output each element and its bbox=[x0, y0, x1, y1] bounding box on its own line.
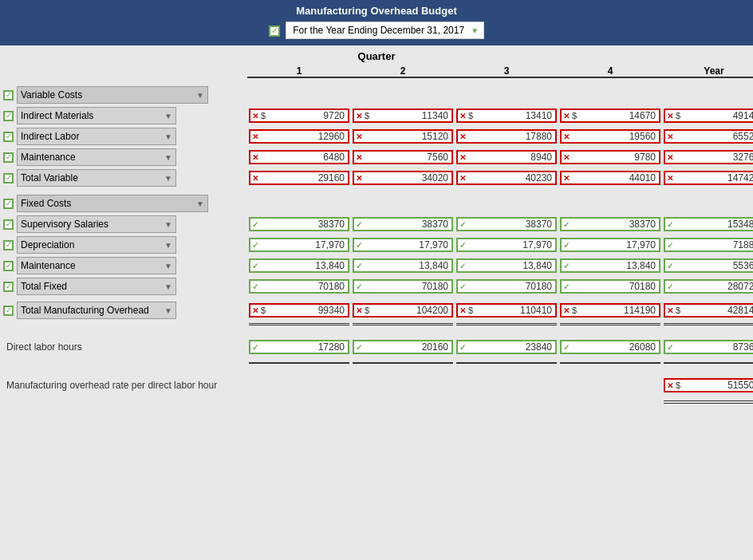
col-header-q2: 2 bbox=[351, 65, 455, 77]
supervisory-salaries-q2-value: 38370 bbox=[364, 219, 451, 230]
x-icon: ✕ bbox=[354, 132, 364, 142]
total-variable-checkbox[interactable] bbox=[3, 173, 14, 183]
indirect-materials-q3-cell[interactable]: ✕ $ 13410 bbox=[455, 107, 558, 124]
dollar-sign: $ bbox=[675, 306, 681, 315]
check-icon: ✓ bbox=[562, 282, 571, 292]
indirect-materials-year-cell[interactable]: ✕ $ 49140 bbox=[662, 107, 753, 124]
variable-maintenance-q4-cell[interactable]: ✕ 9780 bbox=[558, 148, 662, 166]
total-variable-q2-cell[interactable]: ✕ 34020 bbox=[351, 169, 455, 187]
dollar-sign: $ bbox=[260, 306, 266, 315]
depreciation-arrow-icon: ▼ bbox=[164, 241, 172, 250]
variable-maintenance-checkbox[interactable] bbox=[3, 152, 14, 163]
indirect-labor-checkbox[interactable] bbox=[3, 132, 14, 142]
year-dropdown[interactable]: For the Year Ending December 31, 2017 ▼ bbox=[286, 22, 484, 39]
fixed-maintenance-q1-cell[interactable]: ✓ 13,840 bbox=[247, 257, 351, 274]
total-mfg-overhead-label: Total Manufacturing Overhead bbox=[21, 305, 149, 316]
indirect-labor-q1-cell[interactable]: ✕ 12960 bbox=[247, 128, 351, 145]
indirect-materials-checkbox[interactable] bbox=[3, 111, 14, 121]
total-fixed-year-value: 280720 bbox=[675, 281, 753, 292]
direct-labor-q2-cell[interactable]: ✓ 20160 bbox=[351, 338, 455, 356]
indirect-labor-q4-cell[interactable]: ✕ 19560 bbox=[558, 128, 662, 145]
depreciation-checkbox[interactable] bbox=[3, 240, 14, 250]
indirect-materials-q1-value: 9720 bbox=[266, 110, 348, 121]
total-mfg-overhead-dropdown[interactable]: Total Manufacturing Overhead ▼ bbox=[17, 302, 176, 319]
indirect-labor-q3-value: 17880 bbox=[467, 131, 555, 142]
supervisory-salaries-q4-cell[interactable]: ✓ 38370 bbox=[558, 215, 662, 233]
total-fixed-q1-cell[interactable]: ✓ 70180 bbox=[247, 278, 351, 295]
variable-costs-checkbox[interactable] bbox=[3, 90, 14, 101]
total-fixed-year-cell[interactable]: ✓ 280720 bbox=[662, 278, 753, 295]
total-fixed-q2-cell[interactable]: ✓ 70180 bbox=[351, 278, 455, 295]
supervisory-salaries-q1-cell[interactable]: ✓ 38370 bbox=[247, 215, 351, 233]
direct-labor-q3-cell[interactable]: ✓ 23840 bbox=[455, 338, 558, 356]
total-mfg-overhead-q3-cell[interactable]: ✕ $ 110410 bbox=[455, 302, 558, 319]
fixed-maintenance-q2-cell[interactable]: ✓ 13,840 bbox=[351, 257, 455, 274]
check-icon: ✓ bbox=[354, 219, 364, 230]
fixed-maintenance-checkbox[interactable] bbox=[3, 261, 14, 271]
fixed-maintenance-dropdown[interactable]: Maintenance ▼ bbox=[17, 257, 176, 274]
depreciation-q1-value: 17,970 bbox=[260, 239, 348, 250]
fixed-costs-label: Fixed Costs bbox=[21, 198, 71, 209]
total-variable-q1-cell[interactable]: ✕ 29160 bbox=[247, 169, 351, 187]
variable-maintenance-dropdown[interactable]: Maintenance ▼ bbox=[17, 148, 176, 166]
depreciation-q3-cell[interactable]: ✓ 17,970 bbox=[455, 236, 558, 254]
indirect-labor-year-cell[interactable]: ✕ 65520 bbox=[662, 128, 753, 145]
total-variable-dropdown[interactable]: Total Variable ▼ bbox=[17, 169, 176, 187]
direct-labor-q1-cell[interactable]: ✓ 17280 bbox=[247, 338, 351, 356]
total-mfg-overhead-year-cell[interactable]: ✕ $ 428140 bbox=[662, 302, 753, 319]
fixed-costs-dropdown[interactable]: Fixed Costs ▼ bbox=[17, 195, 208, 212]
variable-maintenance-year-cell[interactable]: ✕ 32760 bbox=[662, 148, 753, 166]
fixed-costs-checkbox[interactable] bbox=[3, 199, 14, 209]
depreciation-dropdown[interactable]: Depreciation ▼ bbox=[17, 236, 176, 254]
indirect-labor-dropdown[interactable]: Indirect Labor ▼ bbox=[17, 128, 176, 145]
variable-maintenance-q3-cell[interactable]: ✕ 8940 bbox=[455, 148, 558, 166]
variable-costs-dropdown[interactable]: Variable Costs ▼ bbox=[17, 86, 208, 104]
indirect-materials-dropdown[interactable]: Indirect Materials ▼ bbox=[17, 107, 176, 124]
overhead-rate-year-cell[interactable]: ✕ $ 515500 bbox=[662, 377, 753, 394]
indirect-materials-q2-cell[interactable]: ✕ $ 11340 bbox=[351, 107, 455, 124]
indirect-labor-q4-value: 19560 bbox=[571, 131, 659, 142]
variable-maintenance-q1-cell[interactable]: ✕ 6480 bbox=[247, 148, 351, 166]
total-mfg-overhead-checkbox[interactable] bbox=[3, 306, 14, 316]
variable-maintenance-q2-cell[interactable]: ✕ 7560 bbox=[351, 148, 455, 166]
check-icon: ✓ bbox=[665, 342, 675, 353]
indirect-labor-year-value: 65520 bbox=[675, 131, 753, 142]
fixed-maintenance-year-cell[interactable]: ✓ 55360 bbox=[662, 257, 753, 274]
total-mfg-overhead-q2-cell[interactable]: ✕ $ 104200 bbox=[351, 302, 455, 319]
total-mfg-overhead-q1-cell[interactable]: ✕ $ 99340 bbox=[247, 302, 351, 319]
supervisory-salaries-year-cell[interactable]: ✓ 153480 bbox=[662, 215, 753, 233]
fixed-maintenance-q4-value: 13,840 bbox=[571, 260, 659, 271]
direct-labor-q4-cell[interactable]: ✓ 26080 bbox=[558, 338, 662, 356]
total-fixed-checkbox[interactable] bbox=[3, 282, 14, 292]
depreciation-q1-cell[interactable]: ✓ 17,970 bbox=[247, 236, 351, 254]
supervisory-salaries-q2-cell[interactable]: ✓ 38370 bbox=[351, 215, 455, 233]
direct-labor-year-cell[interactable]: ✓ 87360 bbox=[662, 338, 753, 356]
total-fixed-q4-cell[interactable]: ✓ 70180 bbox=[558, 278, 662, 295]
depreciation-q2-cell[interactable]: ✓ 17,970 bbox=[351, 236, 455, 254]
total-fixed-q2-value: 70180 bbox=[364, 281, 451, 292]
header-checkbox[interactable] bbox=[269, 26, 280, 37]
depreciation-q4-cell[interactable]: ✓ 17,970 bbox=[558, 236, 662, 254]
check-icon: ✓ bbox=[354, 282, 364, 292]
indirect-materials-q3-value: 13410 bbox=[474, 110, 555, 121]
fixed-maintenance-q3-cell[interactable]: ✓ 13,840 bbox=[455, 257, 558, 274]
fixed-maintenance-q4-cell[interactable]: ✓ 13,840 bbox=[558, 257, 662, 274]
indirect-materials-q4-cell[interactable]: ✕ $ 14670 bbox=[558, 107, 662, 124]
indirect-materials-q1-cell[interactable]: ✕ $ 9720 bbox=[247, 107, 351, 124]
total-fixed-q3-cell[interactable]: ✓ 70180 bbox=[455, 278, 558, 295]
indirect-labor-q3-cell[interactable]: ✕ 17880 bbox=[455, 128, 558, 145]
total-variable-q4-cell[interactable]: ✕ 44010 bbox=[558, 169, 662, 187]
dollar-sign: $ bbox=[675, 111, 681, 120]
x-icon: ✕ bbox=[354, 152, 364, 163]
total-mfg-overhead-q4-cell[interactable]: ✕ $ 114190 bbox=[558, 302, 662, 319]
supervisory-salaries-dropdown[interactable]: Supervisory Salaries ▼ bbox=[17, 215, 176, 233]
supervisory-salaries-checkbox[interactable] bbox=[3, 219, 14, 230]
indirect-labor-q2-cell[interactable]: ✕ 15120 bbox=[351, 128, 455, 145]
depreciation-year-cell[interactable]: ✓ 71880 bbox=[662, 236, 753, 254]
total-fixed-label: Total Fixed bbox=[21, 281, 67, 292]
total-fixed-dropdown[interactable]: Total Fixed ▼ bbox=[17, 278, 176, 295]
total-variable-q3-cell[interactable]: ✕ 40230 bbox=[455, 169, 558, 187]
supervisory-salaries-q3-cell[interactable]: ✓ 38370 bbox=[455, 215, 558, 233]
check-icon: ✓ bbox=[562, 219, 571, 230]
total-variable-year-cell[interactable]: ✕ 147420 bbox=[662, 169, 753, 187]
